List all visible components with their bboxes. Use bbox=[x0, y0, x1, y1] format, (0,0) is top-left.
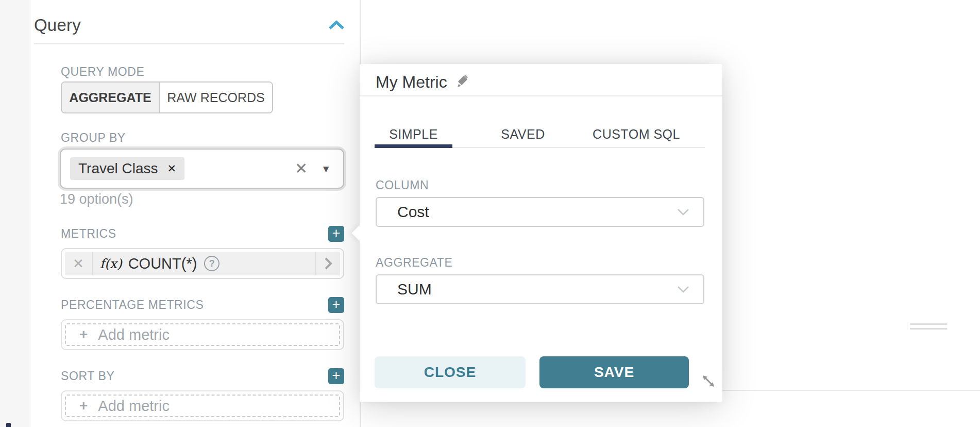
fx-icon: f(x) bbox=[100, 256, 122, 271]
metric-chip[interactable]: ✕ f(x) COUNT(*) ? bbox=[65, 252, 340, 275]
percentage-add-metric-dropzone[interactable]: + Add metric bbox=[65, 323, 340, 346]
chevron-right-icon[interactable] bbox=[316, 256, 340, 271]
close-button[interactable]: CLOSE bbox=[375, 356, 526, 388]
popover-header-divider bbox=[360, 95, 722, 96]
tab-simple[interactable]: SIMPLE bbox=[375, 123, 452, 145]
query-mode-raw-records-button[interactable]: RAW RECORDS bbox=[160, 83, 272, 112]
popover-pointer bbox=[351, 225, 367, 241]
add-sort-metric-button[interactable]: + bbox=[328, 368, 344, 384]
save-button[interactable]: SAVE bbox=[539, 356, 689, 388]
column-select[interactable]: Cost bbox=[376, 197, 704, 227]
resize-diagonal-icon[interactable] bbox=[701, 373, 716, 389]
edit-pencil-icon[interactable] bbox=[455, 75, 470, 89]
column-select-value: Cost bbox=[397, 203, 429, 221]
sort-add-metric-dropzone[interactable]: + Add metric bbox=[65, 395, 340, 417]
select-clear-icon[interactable]: ✕ bbox=[295, 161, 308, 176]
popover-header: My Metric bbox=[376, 70, 470, 94]
group-by-chip[interactable]: Travel Class ✕ bbox=[70, 157, 184, 180]
query-section-title: Query bbox=[34, 15, 81, 35]
add-metric-button[interactable]: + bbox=[328, 226, 344, 242]
query-mode-aggregate-button[interactable]: AGGREGATE bbox=[62, 83, 160, 112]
plus-icon: + bbox=[79, 326, 88, 343]
group-by-chip-label: Travel Class bbox=[78, 160, 158, 177]
chip-remove-icon[interactable]: ✕ bbox=[167, 162, 177, 175]
query-mode-segmented-control: AGGREGATE RAW RECORDS bbox=[61, 81, 273, 113]
metric-name: COUNT(*) bbox=[128, 255, 197, 272]
chevron-down-icon bbox=[675, 207, 691, 217]
group-by-select[interactable]: Travel Class ✕ ✕ ▼ bbox=[58, 146, 346, 191]
metric-edit-popover: My Metric SIMPLE SAVED CUSTOM SQL COLUMN… bbox=[360, 64, 722, 402]
popover-title: My Metric bbox=[376, 73, 447, 92]
chevron-down-icon bbox=[675, 284, 691, 294]
add-metric-placeholder: Add metric bbox=[98, 326, 170, 343]
active-tab-underline bbox=[375, 144, 452, 148]
bottom-left-partial-element bbox=[6, 423, 11, 427]
drag-handle-line bbox=[910, 323, 947, 325]
add-metric-placeholder: Add metric bbox=[98, 398, 170, 415]
group-by-label: GROUP BY bbox=[61, 131, 126, 145]
help-icon[interactable]: ? bbox=[204, 256, 219, 271]
percentage-metrics-label: PERCENTAGE METRICS bbox=[61, 298, 204, 312]
drag-handle-line bbox=[910, 328, 947, 330]
chevron-up-icon bbox=[328, 20, 345, 30]
plus-icon: + bbox=[79, 398, 88, 414]
horizontal-rule bbox=[722, 390, 980, 391]
column-label: COLUMN bbox=[376, 178, 429, 192]
sort-by-label: SORT BY bbox=[61, 369, 114, 383]
left-rail bbox=[0, 0, 30, 427]
aggregate-select-value: SUM bbox=[397, 281, 432, 298]
query-mode-label: QUERY MODE bbox=[61, 65, 144, 79]
metrics-label: METRICS bbox=[61, 227, 116, 241]
collapse-query-button[interactable] bbox=[327, 18, 346, 33]
tab-custom-sql[interactable]: CUSTOM SQL bbox=[593, 123, 680, 145]
sort-by-box: + Add metric bbox=[61, 390, 344, 421]
metric-remove-icon[interactable]: ✕ bbox=[65, 256, 92, 272]
percentage-metrics-box: + Add metric bbox=[61, 319, 344, 350]
group-by-options-count: 19 option(s) bbox=[60, 191, 133, 207]
query-divider bbox=[34, 43, 344, 44]
aggregate-label: AGGREGATE bbox=[376, 256, 452, 270]
metrics-box: ✕ f(x) COUNT(*) ? bbox=[61, 248, 344, 279]
select-caret-icon[interactable]: ▼ bbox=[321, 164, 331, 174]
add-percentage-metric-button[interactable]: + bbox=[328, 297, 344, 313]
chip-divider bbox=[92, 252, 93, 275]
tab-saved[interactable]: SAVED bbox=[501, 123, 545, 145]
aggregate-select[interactable]: SUM bbox=[376, 274, 704, 304]
